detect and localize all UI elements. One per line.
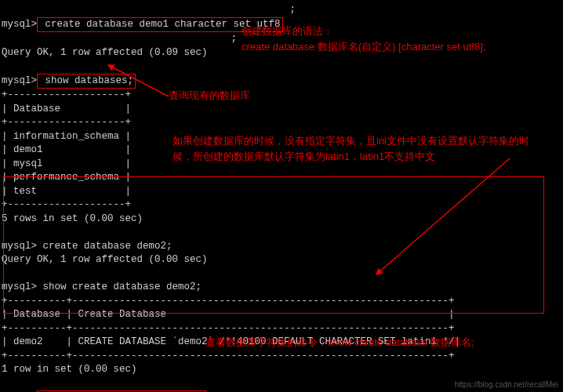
cmd-show-databases: show databases; (37, 74, 136, 89)
annotation-text: 创建数据库的语法： (242, 24, 485, 39)
table-row: | performance_schema | (2, 171, 561, 185)
mysql-prompt: mysql> (2, 75, 37, 86)
blank (2, 267, 561, 281)
cmd-show-create-demo2[interactable]: mysql> show create database demo2; (2, 281, 561, 295)
table-border: +----------+----------------------------… (2, 350, 561, 364)
rows-count: 1 row in set (0.00 sec) (2, 363, 561, 377)
annotation-show-create: 查看数据库字符集的命令：show create database 数据库名; (205, 335, 474, 350)
rows-count: 5 rows in set (0.00 sec) (2, 212, 561, 227)
table-border: +--------------------+ (2, 89, 561, 103)
table-border: +--------------------+ (2, 116, 561, 130)
query-ok-2: Query OK, 1 row affected (0.00 sec) (2, 253, 561, 267)
annotation-create-syntax: 创建数据库的语法： create database 数据库名(自定义) [cha… (242, 24, 485, 54)
annotation-show-db: 查询现有的数据库 (169, 88, 250, 103)
annotation-charset-note: 如果创建数据库的时候，没有指定字符集，且ini文件中没有设置默认字符集的时候，所… (173, 133, 549, 164)
prompt-line-2[interactable]: mysql> show databases; (2, 74, 561, 89)
table-header: | Database | Create Database | (2, 308, 561, 322)
table-header: | Database | (2, 103, 561, 117)
blank (2, 60, 561, 74)
blank (2, 226, 561, 240)
table-border: +----------+----------------------------… (2, 322, 561, 336)
table-border: +----------+----------------------------… (2, 295, 561, 309)
table-row: | test | (2, 185, 561, 199)
mysql-prompt: mysql> (2, 19, 37, 30)
annotation-text: create database 数据库名(自定义) [character set… (242, 39, 485, 55)
terminal-output: ; mysql> create database demo1 character… (0, 0, 563, 392)
watermark: https://blog.csdn.net/recallMei (455, 379, 558, 390)
table-border: +--------------------+ (2, 198, 561, 212)
cmd-create-demo2[interactable]: mysql> create database demo2; (2, 240, 561, 254)
partial-line: ; (2, 3, 561, 17)
